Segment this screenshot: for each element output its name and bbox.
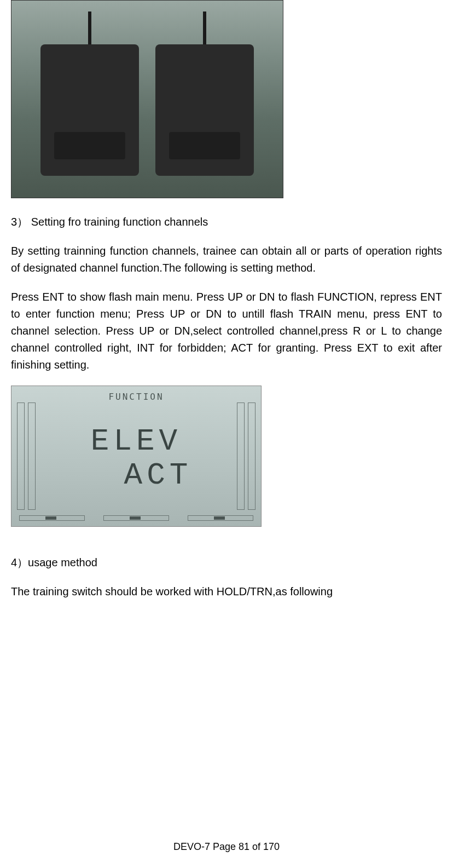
lcd-bottom-bars [19,515,253,521]
lcd-left-bar-icon [17,403,25,510]
section3-heading: 3） Setting fro training function channel… [11,214,442,231]
lcd-right-bar-icon [248,403,255,510]
section3-para2: Press ENT to show flash main menu. Press… [11,289,442,373]
section4-para1: The training switch should be worked wit… [11,583,442,600]
lcd-bottom-bar-right-icon [188,515,253,521]
lcd-right-bar2-icon [237,403,245,510]
lcd-left-bar2-icon [28,403,36,510]
lcd-bottom-bar-left-icon [19,515,85,521]
figure-lcd-screen: FUNCTION ELEV ACT [11,386,262,527]
lcd-top-label: FUNCTION [19,392,253,402]
section3-para1: By setting trainning function channels, … [11,243,442,277]
transmitter-right-illustration [155,44,254,176]
lcd-line2: ACT [124,459,193,493]
lcd-line1: ELEV [91,425,182,459]
page-footer: DEVO-7 Page 81 of 170 [0,841,453,853]
section4-heading: 4）usage method [11,554,442,571]
figure-transmitters [11,0,283,198]
transmitter-left-illustration [40,44,139,176]
lcd-main-display: ELEV ACT [19,402,253,515]
lcd-bottom-bar-center-icon [103,515,169,521]
